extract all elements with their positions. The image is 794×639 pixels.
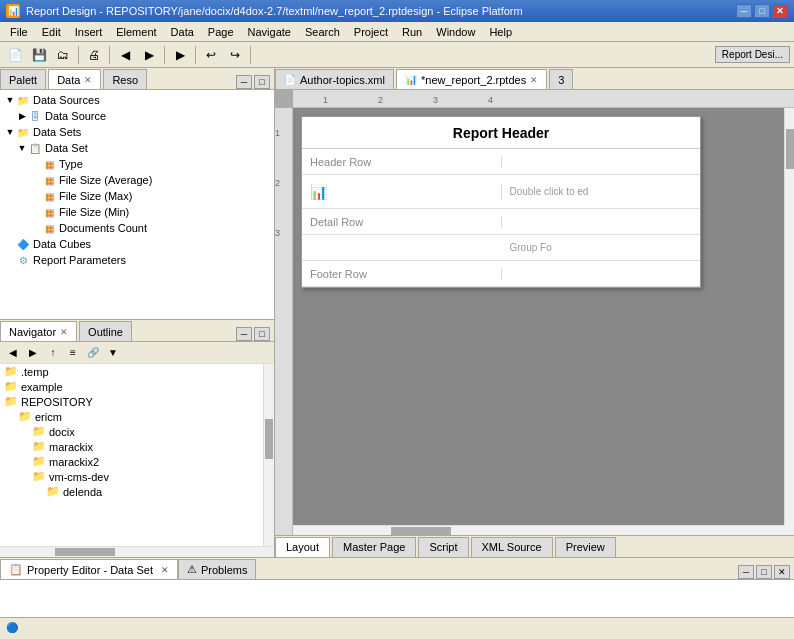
menu-file[interactable]: File (4, 24, 34, 40)
tree-data-set[interactable]: ▼ 📋 Data Set (2, 140, 272, 156)
problems-tab[interactable]: ⚠ Problems (178, 559, 256, 579)
dataset-icon: 📋 (28, 141, 42, 155)
editor-vscrollbar[interactable] (784, 108, 794, 525)
data-tab-close[interactable]: ✕ (84, 75, 92, 85)
nav-view-menu[interactable]: ▼ (104, 345, 122, 361)
prop-tab-close[interactable]: ✕ (161, 565, 169, 575)
bottom-panel-maximize[interactable]: □ (756, 565, 772, 579)
tree-report-params[interactable]: ⚙ Report Parameters (2, 252, 272, 268)
outline-tab[interactable]: Outline (79, 321, 132, 341)
header-row[interactable]: Header Row (302, 149, 700, 175)
nav-hscroll-thumb[interactable] (55, 548, 115, 556)
tab-layout[interactable]: Layout (275, 537, 330, 557)
detail-row[interactable]: Detail Row (302, 209, 700, 235)
tab-new-report[interactable]: 📊 *new_report_2.rptdes ✕ (396, 69, 547, 89)
save-button[interactable]: 💾 (28, 45, 50, 65)
tab-master-page[interactable]: Master Page (332, 537, 416, 557)
menu-insert[interactable]: Insert (69, 24, 109, 40)
nav-link[interactable]: 🔗 (84, 345, 102, 361)
menu-page[interactable]: Page (202, 24, 240, 40)
run-button[interactable]: ▶ (169, 45, 191, 65)
tree-data-cubes[interactable]: 🔷 Data Cubes (2, 236, 272, 252)
menu-navigate[interactable]: Navigate (242, 24, 297, 40)
tab-author-topics[interactable]: 📄 Author-topics.xml (275, 69, 394, 89)
nav-marackix2[interactable]: 📁 marackix2 (0, 454, 262, 469)
maximize-button[interactable]: □ (754, 4, 770, 18)
minimize-button[interactable]: ─ (736, 4, 752, 18)
field-icon: ▦ (42, 189, 56, 203)
menu-project[interactable]: Project (348, 24, 394, 40)
nav-hscrollbar[interactable] (0, 546, 274, 557)
nav-temp[interactable]: 📁 .temp (0, 364, 262, 379)
save-all-button[interactable]: 🗂 (52, 45, 74, 65)
menu-data[interactable]: Data (165, 24, 200, 40)
editor-hscrollbar[interactable] (293, 525, 784, 535)
tree-filesize-min[interactable]: ▦ File Size (Min) (2, 204, 272, 220)
nav-example[interactable]: 📁 example (0, 379, 262, 394)
nav-repository[interactable]: 📁 REPOSITORY (0, 394, 262, 409)
menu-run[interactable]: Run (396, 24, 428, 40)
main-container: Palett Data ✕ Reso ─ □ ▼ 📁 Data Sources (0, 68, 794, 557)
forward-button[interactable]: ▶ (138, 45, 160, 65)
data-tab[interactable]: Data ✕ (48, 69, 101, 89)
editor-vscroll-thumb[interactable] (786, 129, 794, 169)
resources-tab[interactable]: Reso (103, 69, 147, 89)
group-footer-row: Group Fo (302, 235, 700, 261)
outline-tab-label: Outline (88, 326, 123, 338)
menu-edit[interactable]: Edit (36, 24, 67, 40)
nav-collapse[interactable]: ≡ (64, 345, 82, 361)
menu-window[interactable]: Window (430, 24, 481, 40)
tree-data-sets[interactable]: ▼ 📁 Data Sets (2, 124, 272, 140)
panel-minimize[interactable]: ─ (236, 75, 252, 89)
tree-filesize-avg[interactable]: ▦ File Size (Average) (2, 172, 272, 188)
tree-data-sources[interactable]: ▼ 📁 Data Sources (2, 92, 272, 108)
nav-delenda[interactable]: 📁 delenda (0, 484, 262, 499)
nav-panel-minimize[interactable]: ─ (236, 327, 252, 341)
nav-vscrollbar[interactable] (263, 364, 274, 546)
nav-docix[interactable]: 📁 docix (0, 424, 262, 439)
tree-data-source[interactable]: ▶ 🗄 Data Source (2, 108, 272, 124)
close-button[interactable]: ✕ (772, 4, 788, 18)
tree-type-field[interactable]: ▦ Type (2, 156, 272, 172)
detail-row-left: Detail Row (302, 216, 502, 228)
back-button[interactable]: ◀ (114, 45, 136, 65)
bottom-panel-close[interactable]: ✕ (774, 565, 790, 579)
footer-row[interactable]: Footer Row (302, 261, 700, 287)
tab-script[interactable]: Script (418, 537, 468, 557)
report-design-button[interactable]: Report Desi... (715, 46, 790, 63)
property-editor-tab[interactable]: 📋 Property Editor - Data Set ✕ (0, 559, 178, 579)
editor-hscroll-thumb[interactable] (391, 527, 451, 535)
nav-back[interactable]: ◀ (4, 345, 22, 361)
folder-icon: 📁 (16, 125, 30, 139)
toolbar-right: Report Desi... (715, 46, 790, 63)
tab-preview[interactable]: Preview (555, 537, 616, 557)
nav-up[interactable]: ↑ (44, 345, 62, 361)
redo-button[interactable]: ↪ (224, 45, 246, 65)
ruler-left: 1 2 3 (275, 108, 293, 535)
nav-vm-cms-dev[interactable]: 📁 vm-cms-dev (0, 469, 262, 484)
bottom-panel-minimize[interactable]: ─ (738, 565, 754, 579)
undo-button[interactable]: ↩ (200, 45, 222, 65)
tree-filesize-max[interactable]: ▦ File Size (Max) (2, 188, 272, 204)
nav-panel-maximize[interactable]: □ (254, 327, 270, 341)
navigator-tab[interactable]: Navigator ✕ (0, 321, 77, 341)
menu-help[interactable]: Help (483, 24, 518, 40)
tree-item-label: File Size (Min) (59, 206, 129, 218)
tree-docs-count[interactable]: ▦ Documents Count (2, 220, 272, 236)
nav-forward[interactable]: ▶ (24, 345, 42, 361)
xml-file-icon: 📄 (284, 74, 296, 85)
panel-maximize[interactable]: □ (254, 75, 270, 89)
editor-tab-close[interactable]: ✕ (530, 75, 538, 85)
palette-tab[interactable]: Palett (0, 69, 46, 89)
tab-xml-source[interactable]: XML Source (471, 537, 553, 557)
nav-item-label: docix (49, 426, 75, 438)
new-button[interactable]: 📄 (4, 45, 26, 65)
print-button[interactable]: 🖨 (83, 45, 105, 65)
nav-marackix[interactable]: 📁 marackix (0, 439, 262, 454)
nav-ericm[interactable]: 📁 ericm (0, 409, 262, 424)
menu-element[interactable]: Element (110, 24, 162, 40)
nav-tab-close[interactable]: ✕ (60, 327, 68, 337)
nav-vscroll-thumb[interactable] (265, 419, 273, 459)
menu-search[interactable]: Search (299, 24, 346, 40)
tab-extra[interactable]: 3 (549, 69, 573, 89)
